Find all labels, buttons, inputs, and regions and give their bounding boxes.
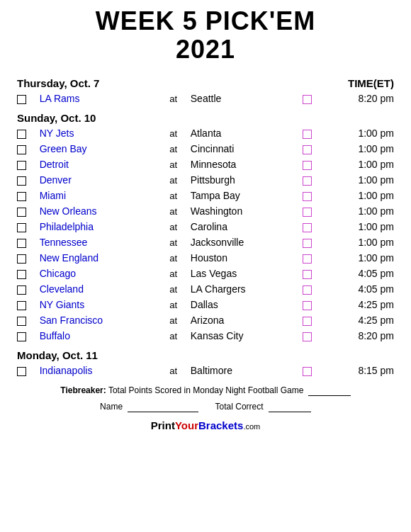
team-home: New England	[37, 250, 159, 266]
team-away: LA Chargers	[188, 281, 300, 297]
checkbox-left[interactable]	[14, 203, 37, 219]
checkbox-right[interactable]	[300, 234, 322, 250]
checkbox-right-box[interactable]	[303, 239, 312, 248]
checkbox-right-box[interactable]	[303, 332, 312, 341]
checkbox-left-box[interactable]	[17, 130, 26, 139]
checkbox-right-box[interactable]	[303, 301, 312, 310]
table-row: New England at Houston 1:00 pm	[14, 250, 397, 266]
checkbox-left[interactable]	[14, 297, 37, 312]
checkbox-left-box[interactable]	[17, 223, 26, 232]
checkbox-left[interactable]	[14, 363, 37, 378]
checkbox-left[interactable]	[14, 219, 37, 234]
checkbox-left-box[interactable]	[17, 192, 26, 201]
game-time: 1:00 pm	[322, 234, 397, 250]
checkbox-left-box[interactable]	[17, 317, 26, 326]
checkbox-right[interactable]	[300, 297, 322, 312]
checkbox-left[interactable]	[14, 328, 37, 344]
at-label: at	[159, 172, 187, 188]
checkbox-left-box[interactable]	[17, 239, 26, 248]
game-time: 4:05 pm	[322, 281, 397, 297]
team-away: Kansas City	[188, 328, 300, 344]
game-time: 1:00 pm	[322, 172, 397, 188]
checkbox-right[interactable]	[300, 141, 322, 157]
checkbox-right-box[interactable]	[303, 254, 312, 264]
checkbox-right-box[interactable]	[303, 130, 312, 139]
checkbox-right[interactable]	[300, 219, 322, 234]
checkbox-right-box[interactable]	[303, 176, 312, 186]
checkbox-left[interactable]	[14, 157, 37, 172]
checkbox-left-box[interactable]	[17, 270, 26, 279]
checkbox-left-box[interactable]	[17, 254, 26, 264]
checkbox-right[interactable]	[300, 328, 322, 344]
checkbox-right[interactable]	[300, 250, 322, 266]
checkbox-right[interactable]	[300, 125, 322, 141]
checkbox-right[interactable]	[300, 91, 322, 106]
checkbox-left[interactable]	[14, 125, 37, 141]
checkbox-left-box[interactable]	[17, 176, 26, 186]
checkbox-left[interactable]	[14, 141, 37, 157]
total-correct-input[interactable]	[269, 402, 311, 412]
time-header-0: TIME(ET)	[322, 72, 397, 91]
brand-com: .com	[243, 422, 260, 431]
checkbox-right[interactable]	[300, 172, 322, 188]
checkbox-left-box[interactable]	[17, 301, 26, 310]
checkbox-left-box[interactable]	[17, 145, 26, 154]
checkbox-right-box[interactable]	[303, 367, 312, 376]
name-line: Name Total Correct	[14, 402, 397, 412]
checkbox-right[interactable]	[300, 266, 322, 281]
checkbox-left[interactable]	[14, 91, 37, 106]
checkbox-right[interactable]	[300, 363, 322, 378]
checkbox-right-box[interactable]	[303, 285, 312, 295]
checkbox-left-box[interactable]	[17, 161, 26, 170]
checkbox-right-box[interactable]	[303, 317, 312, 326]
table-row: Denver at Pittsburgh 1:00 pm	[14, 172, 397, 188]
checkbox-left[interactable]	[14, 281, 37, 297]
checkbox-right-box[interactable]	[303, 192, 312, 201]
table-row: Miami at Tampa Bay 1:00 pm	[14, 188, 397, 203]
game-time: 4:25 pm	[322, 297, 397, 312]
day-label-2: Monday, Oct. 11	[14, 344, 322, 363]
name-input[interactable]	[128, 402, 198, 412]
checkbox-left[interactable]	[14, 234, 37, 250]
checkbox-left[interactable]	[14, 312, 37, 328]
checkbox-right-box[interactable]	[303, 95, 312, 104]
team-away: Carolina	[188, 219, 300, 234]
game-time: 1:00 pm	[322, 125, 397, 141]
checkbox-right-box[interactable]	[303, 223, 312, 232]
team-home: Chicago	[37, 266, 159, 281]
checkbox-right-box[interactable]	[303, 161, 312, 170]
checkbox-right[interactable]	[300, 312, 322, 328]
table-row: Green Bay at Cincinnati 1:00 pm	[14, 141, 397, 157]
team-home: Philadelphia	[37, 219, 159, 234]
team-home: Buffalo	[37, 328, 159, 344]
table-row: New Orleans at Washington 1:00 pm	[14, 203, 397, 219]
team-away: Houston	[188, 250, 300, 266]
checkbox-left[interactable]	[14, 250, 37, 266]
checkbox-left-box[interactable]	[17, 95, 26, 104]
checkbox-right-box[interactable]	[303, 270, 312, 279]
at-label: at	[159, 328, 187, 344]
checkbox-left[interactable]	[14, 172, 37, 188]
checkbox-right-box[interactable]	[303, 145, 312, 154]
checkbox-left-box[interactable]	[17, 285, 26, 295]
team-away: Baltimore	[188, 363, 300, 378]
checkbox-right[interactable]	[300, 203, 322, 219]
checkbox-right-box[interactable]	[303, 208, 312, 217]
tiebreaker-input[interactable]	[308, 385, 351, 396]
checkbox-right[interactable]	[300, 281, 322, 297]
checkbox-left[interactable]	[14, 266, 37, 281]
time-header-2	[322, 344, 397, 363]
checkbox-left-box[interactable]	[17, 332, 26, 341]
at-label: at	[159, 125, 187, 141]
checkbox-left-box[interactable]	[17, 208, 26, 217]
team-home: NY Giants	[37, 297, 159, 312]
checkbox-left[interactable]	[14, 188, 37, 203]
at-label: at	[159, 281, 187, 297]
checkbox-left-box[interactable]	[17, 367, 26, 376]
table-row: Buffalo at Kansas City 8:20 pm	[14, 328, 397, 344]
team-away: Tampa Bay	[188, 188, 300, 203]
day-label-0: Thursday, Oct. 7	[14, 72, 322, 91]
checkbox-right[interactable]	[300, 188, 322, 203]
checkbox-right[interactable]	[300, 157, 322, 172]
tiebreaker-section: Tiebreaker: Total Points Scored in Monda…	[14, 385, 397, 396]
